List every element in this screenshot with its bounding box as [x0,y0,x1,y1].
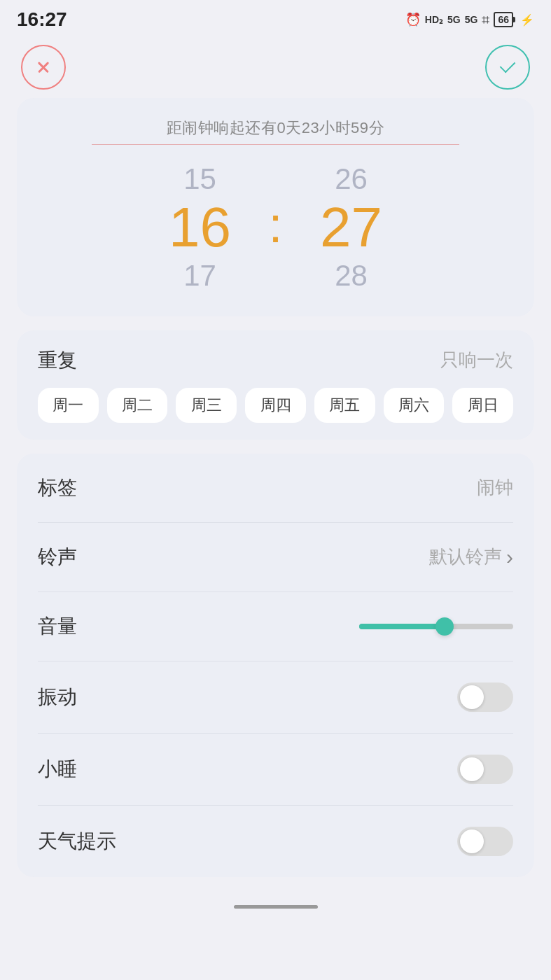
bottom-bar [0,891,551,916]
cancel-button[interactable] [21,45,66,90]
label-row-name: 标签 [38,475,77,501]
repeat-value: 只响一次 [440,348,513,372]
days-row: 周一 周二 周三 周四 周五 周六 周日 [38,388,513,423]
repeat-header: 重复 只响一次 [38,347,513,374]
close-icon [34,57,53,77]
time-picker[interactable]: 15 16 17 : 26 27 28 [31,162,520,294]
vibrate-toggle[interactable] [457,682,513,712]
minute-next: 28 [335,258,368,293]
vibrate-row-name: 振动 [38,684,77,710]
volume-thumb[interactable] [435,617,454,636]
volume-row-name: 音量 [38,613,77,640]
check-icon [498,57,517,77]
ringtone-row-value: 默认铃声 › [429,545,513,569]
weather-toggle-thumb [460,830,484,853]
vibrate-row[interactable]: 振动 [38,662,513,734]
hour-current: 16 [169,197,231,258]
repeat-card: 重复 只响一次 周一 周二 周三 周四 周五 周六 周日 [17,330,534,440]
day-saturday[interactable]: 周六 [384,388,445,423]
bottom-indicator [234,905,318,909]
day-friday[interactable]: 周五 [314,388,375,423]
day-thursday[interactable]: 周四 [245,388,306,423]
status-time: 16:27 [17,8,67,31]
status-icons: ⏰ HD₂ 5G 5G ⌗ 66 ⚡ [405,12,534,28]
alarm-icon: ⏰ [405,12,421,27]
status-bar: 16:27 ⏰ HD₂ 5G 5G ⌗ 66 ⚡ [0,0,551,36]
time-picker-card: 距闹钟响起还有0天23小时59分 15 16 17 : 26 27 28 [17,98,534,316]
label-row-value: 闹钟 [477,475,513,500]
volume-track[interactable] [359,624,513,629]
battery-icon: 66 [494,12,513,27]
hour-prev: 15 [183,162,216,197]
minute-current: 27 [320,197,382,258]
hour-next: 17 [183,258,216,293]
repeat-label: 重复 [38,347,77,374]
snooze-row[interactable]: 小睡 [38,734,513,806]
hour-column[interactable]: 15 16 17 [137,162,263,294]
ringtone-row[interactable]: 铃声 默认铃声 › [38,523,513,592]
ringtone-value-text: 默认铃声 [429,545,502,569]
wifi-icon: ⌗ [482,12,489,28]
snooze-toggle-thumb [460,757,484,781]
day-sunday[interactable]: 周日 [452,388,513,423]
snooze-toggle[interactable] [457,755,513,784]
settings-list-card: 标签 闹钟 铃声 默认铃声 › 音量 振动 小睡 天气提示 [17,454,534,877]
volume-fill [359,624,444,629]
ringtone-arrow-icon: › [506,545,513,569]
weather-row-name: 天气提示 [38,828,116,855]
minute-column[interactable]: 26 27 28 [288,162,414,294]
volume-row[interactable]: 音量 [38,592,513,662]
signal-5g-2-icon: 5G [465,14,478,25]
volume-slider[interactable] [359,624,513,629]
label-row[interactable]: 标签 闹钟 [38,454,513,523]
weather-row[interactable]: 天气提示 [38,806,513,877]
countdown-text: 距闹钟响起还有0天23小时59分 [31,118,520,139]
confirm-button[interactable] [485,45,530,90]
minute-prev: 26 [335,162,368,197]
day-monday[interactable]: 周一 [38,388,99,423]
charging-icon: ⚡ [520,13,534,27]
hd-icon: HD₂ [425,14,443,25]
time-separator: : [263,196,288,253]
day-wednesday[interactable]: 周三 [176,388,237,423]
day-tuesday[interactable]: 周二 [107,388,168,423]
signal-5g-icon: 5G [447,14,461,25]
weather-toggle[interactable] [457,827,513,856]
countdown-divider [92,144,459,145]
top-nav [0,36,551,98]
snooze-row-name: 小睡 [38,756,77,783]
vibrate-toggle-thumb [460,685,484,709]
ringtone-row-name: 铃声 [38,544,77,570]
